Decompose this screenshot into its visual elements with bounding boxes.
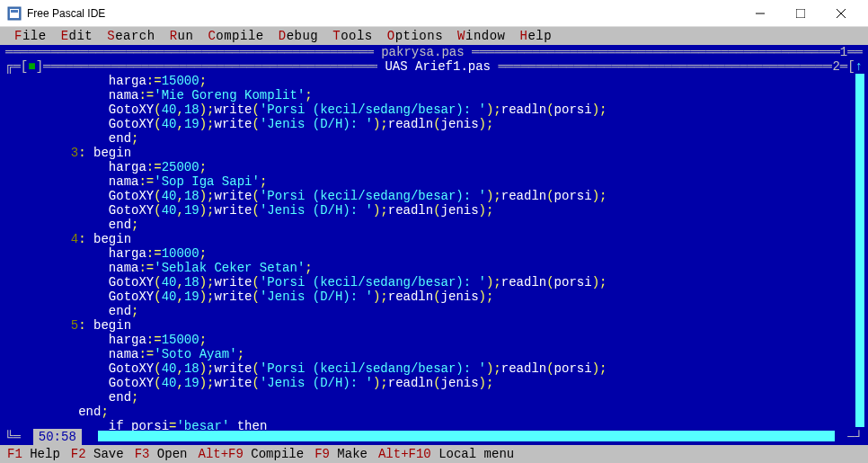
code-line[interactable]: end;: [18, 304, 850, 318]
scroll-up-icon[interactable]: ↑: [855, 59, 863, 74]
border-line: ════════════════════════════════════════…: [43, 59, 377, 74]
help-item-save[interactable]: F2 Save: [66, 447, 129, 461]
border-line: ════════════════════════════════════════…: [498, 59, 832, 74]
border-line: ════════════════════════════════════════…: [5, 45, 374, 59]
close-button[interactable]: [820, 0, 861, 27]
code-line[interactable]: end;: [18, 131, 850, 146]
code-line[interactable]: GotoXY(40,18);write('Porsi (kecil/sedang…: [18, 189, 850, 203]
border-line: ══: [847, 45, 863, 59]
code-line[interactable]: nama:='Mie Goreng Komplit';: [18, 88, 850, 102]
help-item-open[interactable]: F3 Open: [129, 447, 193, 461]
window-title: Free Pascal IDE: [27, 7, 740, 20]
border-corner: ╚═: [5, 430, 21, 444]
code-line[interactable]: GotoXY(40,19);write('Jenis (D/H): ');rea…: [18, 289, 850, 304]
code-line[interactable]: nama:='Sop Iga Sapi';: [18, 174, 850, 189]
code-line[interactable]: end;: [18, 218, 850, 232]
window-controls: [740, 0, 861, 27]
editor-statusbar: ╚═ 50:58 ─┘: [0, 429, 868, 445]
code-line[interactable]: 5: begin: [18, 318, 850, 333]
tab-back-index: 1: [840, 45, 847, 59]
code-line[interactable]: end;: [18, 405, 850, 419]
editor-area: ════════════════════════════════════════…: [0, 45, 868, 445]
maximize-button[interactable]: [780, 0, 820, 27]
code-line[interactable]: 4: begin: [18, 232, 850, 246]
menu-search[interactable]: Search: [100, 29, 162, 43]
menu-run[interactable]: Run: [163, 29, 201, 43]
menu-help[interactable]: Help: [513, 29, 560, 43]
tab-active-label[interactable]: UAS Arief1.pas: [377, 59, 498, 74]
menu-debug[interactable]: Debug: [271, 29, 326, 43]
border-corner: ═[: [840, 59, 855, 74]
code-line[interactable]: harga:=15000;: [18, 333, 850, 347]
svg-rect-2: [11, 10, 18, 13]
code-line[interactable]: harga:=25000;: [18, 160, 850, 174]
help-item-make[interactable]: F9 Make: [309, 447, 373, 461]
vertical-scrollbar[interactable]: [855, 74, 864, 427]
code-line[interactable]: GotoXY(40,18);write('Porsi (kecil/sedang…: [18, 361, 850, 376]
border-corner: ─┘: [847, 430, 863, 444]
window-titlebar: Free Pascal IDE: [0, 0, 868, 27]
tab-active-border: ╔═[■] ══════════════════════════════════…: [0, 59, 868, 74]
menubar: File Edit Search Run Compile Debug Tools…: [0, 27, 868, 45]
help-item-local-menu[interactable]: Alt+F10 Local menu: [373, 447, 519, 461]
help-item-compile[interactable]: Alt+F9 Compile: [192, 447, 309, 461]
code-line[interactable]: nama:='Soto Ayam';: [18, 347, 850, 361]
svg-rect-4: [796, 9, 805, 18]
cursor-position: 50:58: [33, 429, 82, 445]
close-box-icon[interactable]: ╔═[: [5, 59, 28, 74]
tab-active-index: 2: [832, 59, 839, 74]
menu-window[interactable]: Window: [450, 29, 512, 43]
tab-back-label[interactable]: pakrysa.pas: [374, 45, 472, 59]
code-line[interactable]: GotoXY(40,18);write('Porsi (kecil/sedang…: [18, 275, 850, 289]
code-editor[interactable]: harga:=15000; nama:='Mie Goreng Komplit'…: [0, 74, 868, 433]
menu-tools[interactable]: Tools: [325, 29, 380, 43]
code-line[interactable]: GotoXY(40,19);write('Jenis (D/H): ');rea…: [18, 117, 850, 131]
code-line[interactable]: GotoXY(40,18);write('Porsi (kecil/sedang…: [18, 102, 850, 117]
help-bar: F1 HelpF2 SaveF3 OpenAlt+F9 CompileF9 Ma…: [0, 445, 868, 463]
code-line[interactable]: GotoXY(40,19);write('Jenis (D/H): ');rea…: [18, 376, 850, 390]
menu-file[interactable]: File: [7, 29, 54, 43]
code-line[interactable]: harga:=10000;: [18, 246, 850, 261]
border-line: ════════════════════════════════════════…: [472, 45, 840, 59]
help-item-help[interactable]: F1 Help: [2, 447, 66, 461]
code-line[interactable]: 3: begin: [18, 146, 850, 160]
tab-back-border: ════════════════════════════════════════…: [0, 45, 868, 59]
app-icon: [7, 6, 22, 21]
minimize-button[interactable]: [740, 0, 780, 27]
horizontal-scrollbar[interactable]: [85, 431, 835, 441]
code-line[interactable]: harga:=15000;: [18, 74, 850, 88]
menu-compile[interactable]: Compile: [200, 29, 270, 43]
code-line[interactable]: nama:='Seblak Ceker Setan';: [18, 261, 850, 275]
close-glyph-icon[interactable]: ■: [28, 59, 35, 74]
menu-options[interactable]: Options: [380, 29, 450, 43]
code-line[interactable]: GotoXY(40,19);write('Jenis (D/H): ');rea…: [18, 203, 850, 218]
menu-edit[interactable]: Edit: [54, 29, 101, 43]
code-line[interactable]: end;: [18, 390, 850, 405]
